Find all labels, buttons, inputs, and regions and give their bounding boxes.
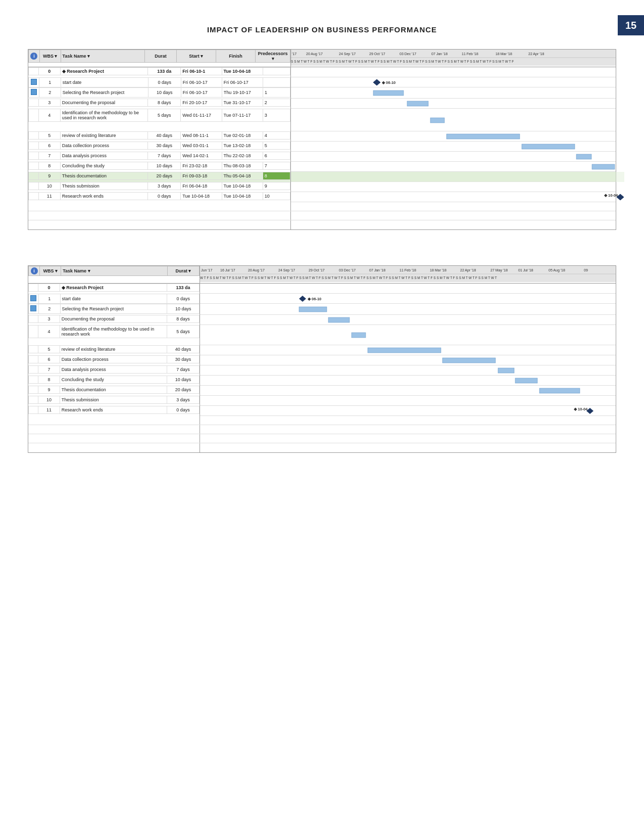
page-number: 15 [618, 15, 644, 35]
th2-durat: Durat ▾ [167, 266, 199, 276]
svg-text:24 Sep '17: 24 Sep '17 [339, 52, 356, 56]
g2r10-icon [29, 396, 38, 404]
th2-info: i [29, 266, 40, 276]
gantt1-row-5: 5 review of existing literature 40 days … [28, 131, 616, 142]
gantt-section-1: i WBS ▾ Task Name ▾ Durat Start ▾ Finish… [28, 49, 616, 230]
svg-text:11 Feb '18: 11 Feb '18 [462, 52, 478, 56]
g2r2-dur: 10 days [167, 304, 200, 314]
gantt1-row-11: 11 Research work ends 0 days Tue 10-04-1… [28, 192, 616, 202]
gantt2-row3-bar [200, 315, 619, 325]
gantt1-row2-bar [291, 87, 624, 99]
gantt1-row-4: 4 Identification of the methodology to b… [28, 109, 616, 131]
svg-text:27 May '18: 27 May '18 [490, 268, 508, 272]
row5-start: Wed 08-11-1 [181, 132, 222, 140]
gantt2-row8-bar [200, 376, 619, 386]
row10-dur: 3 days [148, 182, 181, 190]
svg-text:◆ 10-04: ◆ 10-04 [573, 407, 588, 411]
gantt1-row-9: 9 Thesis documentation 20 days Fri 09-03… [28, 172, 616, 182]
row10-start: Fri 06-04-18 [181, 182, 222, 190]
svg-rect-49 [498, 368, 514, 373]
svg-text:20 Aug '17: 20 Aug '17 [306, 52, 323, 56]
section-divider [0, 240, 644, 260]
svg-text:S S M T W T F S S M T W T F S : S S M T W T F S S M T W T F S S M T W T … [291, 60, 514, 63]
gantt1-row7-bar [291, 152, 624, 162]
g2r1-dur: 0 days [167, 294, 200, 304]
g2r2-wbs: 2 [39, 304, 60, 314]
row11-wbs: 11 [38, 193, 60, 200]
info-icon-2: i [31, 267, 38, 274]
row10-wbs: 10 [38, 182, 60, 190]
g2r7-dur: 7 days [167, 366, 200, 374]
row6-start: Wed 03-01-1 [181, 142, 222, 150]
row5-name: review of existing literature [60, 132, 147, 140]
row0-col-pred [263, 68, 290, 75]
row10-name: Thesis submission [60, 182, 147, 190]
row10-finish: Tue 10-04-18 [222, 182, 263, 190]
g2r3-wbs: 3 [38, 315, 60, 323]
row6-finish: Tue 13-02-18 [222, 142, 263, 150]
gantt2-row-10: 10 Thesis submission 3 days [28, 396, 616, 406]
g2r6-dur: 30 days [167, 356, 200, 363]
row7-start: Wed 14-02-1 [181, 152, 222, 160]
row8-name: Concluding the study [60, 162, 147, 170]
gantt1-row-0: 0 ◆ Research Project 133 da Fri 06-10-1 … [28, 67, 616, 77]
g2r6-wbs: 6 [38, 356, 60, 363]
g2r0-dur: 133 da [167, 284, 200, 292]
g2r10-name: Thesis submission [60, 396, 167, 404]
row3-wbs: 3 [38, 99, 60, 107]
svg-text:09: 09 [584, 268, 588, 272]
gantt1-row6-bar [291, 142, 624, 152]
svg-text:11 Feb '18: 11 Feb '18 [400, 268, 416, 272]
row2-start: Fri 06-10-17 [181, 88, 222, 98]
gantt1-row8-bar [291, 162, 624, 172]
row7-wbs: 7 [38, 152, 60, 160]
svg-rect-15 [373, 90, 404, 96]
svg-rect-47 [368, 348, 441, 353]
gantt1-row-3: 3 Documenting the proposal 8 days Fri 20… [28, 99, 616, 109]
gantt1-empty-row-2 [28, 211, 616, 220]
row1-expand [29, 78, 39, 87]
gantt2-header-svg: Jun '17 16 Jul '17 20 Aug '17 24 Sep '17… [200, 266, 616, 282]
gantt2-row-5: 5 review of existing literature 40 days [28, 345, 616, 355]
row8-pred: 7 [263, 162, 290, 170]
row9-pred: 8 [263, 172, 290, 180]
svg-rect-44 [299, 307, 327, 312]
row9-dur: 20 days [148, 172, 181, 180]
svg-text:05 Aug '18: 05 Aug '18 [549, 268, 565, 272]
gantt1-row-10: 10 Thesis submission 3 days Fri 06-04-18… [28, 182, 616, 192]
svg-text:22 Apr '18: 22 Apr '18 [528, 52, 544, 56]
g2r11-name: Research work ends [60, 406, 167, 414]
page-title: IMPACT OF LEADERSHIP ON BUSINESS PERFORM… [0, 0, 644, 44]
th2-taskname: Task Name ▾ [61, 266, 168, 276]
gantt2-row-0: 0 ◆ Research Project 133 da [28, 284, 616, 294]
gantt2-row-11: 11 Research work ends 0 days ◆ 10-04 [28, 406, 616, 416]
g2r5-name: review of existing literature [60, 346, 167, 353]
gantt2-empty-2 [28, 425, 616, 434]
row5-wbs: 5 [38, 132, 60, 140]
th-wbs: WBS ▾ [39, 50, 61, 63]
g2r10-wbs: 10 [38, 396, 60, 404]
g2r11-wbs: 11 [38, 406, 60, 414]
row3-name: Documenting the proposal [60, 99, 147, 107]
g2r8-dur: 10 days [167, 376, 200, 384]
svg-text:Jun '17: Jun '17 [201, 268, 212, 272]
info-icon: i [30, 53, 37, 60]
row8-finish: Thu 08-03-18 [222, 162, 263, 170]
gantt2-row1-bar: ◆ 06-10 [200, 294, 619, 304]
row6-dur: 30 days [148, 142, 181, 150]
row7-name: Data analysis process [60, 152, 147, 160]
row4-dur: 5 days [148, 109, 181, 122]
row2-pred: 1 [263, 88, 290, 98]
gantt1-row-2: 2 Selecting the Research project 10 days… [28, 87, 616, 99]
g2r1-expand [29, 294, 39, 304]
row6-icon [29, 142, 39, 150]
row3-pred: 2 [263, 99, 290, 107]
gantt1-row3-bar [291, 99, 624, 109]
svg-text:16 Jul '17: 16 Jul '17 [220, 268, 235, 272]
svg-text:◆ 10-04: ◆ 10-04 [604, 193, 618, 198]
g2r4-dur: 5 days [167, 326, 200, 338]
row7-finish: Thu 22-02-18 [222, 152, 263, 160]
row0-col-finish: Tue 10-04-18 [222, 68, 263, 75]
row11-dur: 0 days [148, 193, 181, 200]
th-info: i [29, 50, 40, 63]
